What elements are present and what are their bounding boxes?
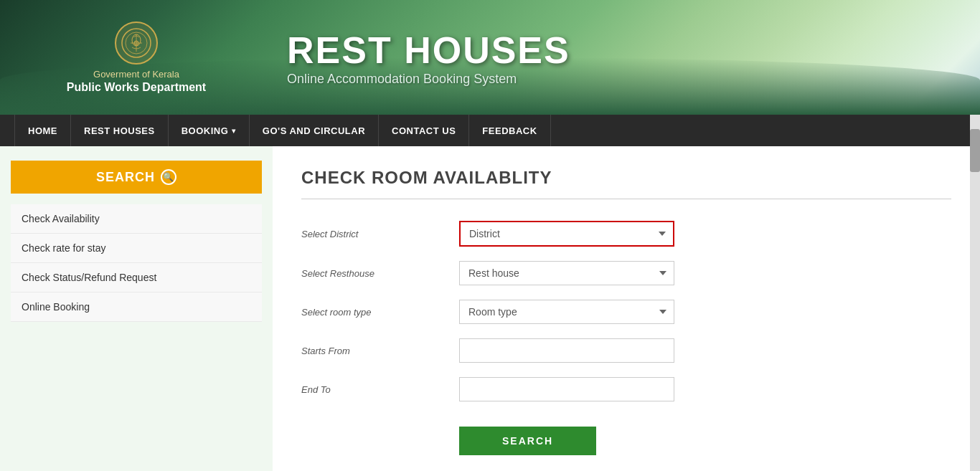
nav-gos-circular[interactable]: GO'S AND CIRCULAR xyxy=(250,115,379,146)
starts-from-input[interactable] xyxy=(459,338,674,363)
nav-rest-houses[interactable]: REST HOUSES xyxy=(71,115,169,146)
emblem-logo xyxy=(115,22,158,65)
dept-name: Public Works Department xyxy=(67,81,206,94)
sidebar-item-check-rate[interactable]: Check rate for stay xyxy=(11,234,262,263)
end-to-label: End To xyxy=(301,384,459,395)
district-select[interactable]: District xyxy=(459,221,674,247)
district-label: Select District xyxy=(301,229,459,239)
nav-home[interactable]: HOME xyxy=(14,115,71,146)
scrollbar[interactable] xyxy=(970,115,980,471)
sidebar-menu: Check Availability Check rate for stay C… xyxy=(11,204,262,322)
header: Goverment of Kerala Public Works Departm… xyxy=(0,0,980,115)
search-submit-button[interactable]: SEARCH xyxy=(459,427,596,455)
header-subtitle: Online Accommodation Booking System xyxy=(287,72,570,87)
resthouse-select[interactable]: Rest house xyxy=(459,261,674,285)
header-title-section: REST HOUSES Online Accommodation Booking… xyxy=(273,29,570,87)
nav-booking[interactable]: BOOKING ▾ xyxy=(169,115,250,146)
sidebar-item-check-availability[interactable]: Check Availability xyxy=(11,204,262,234)
resthouse-label: Select Resthouse xyxy=(301,268,459,279)
sidebar-item-check-status[interactable]: Check Status/Refund Request xyxy=(11,263,262,292)
main-layout: SEARCH 🔍 Check Availability Check rate f… xyxy=(0,146,980,471)
sidebar-item-online-booking[interactable]: Online Booking xyxy=(11,292,262,322)
room-type-row: Select room type Room type xyxy=(301,300,951,324)
end-to-input[interactable] xyxy=(459,377,674,401)
district-row: Select District District xyxy=(301,221,951,247)
starts-from-label: Starts From xyxy=(301,346,459,356)
svg-point-5 xyxy=(134,41,138,45)
end-to-row: End To xyxy=(301,377,951,401)
search-panel-button[interactable]: SEARCH 🔍 xyxy=(11,161,262,194)
main-content: CHECK ROOM AVAILABLITY Select District D… xyxy=(273,146,980,471)
room-type-label: Select room type xyxy=(301,307,459,318)
nav-feedback[interactable]: FEEDBACK xyxy=(469,115,550,146)
resthouse-row: Select Resthouse Rest house xyxy=(301,261,951,285)
header-main-title: REST HOUSES xyxy=(287,29,570,72)
sidebar: SEARCH 🔍 Check Availability Check rate f… xyxy=(0,146,273,471)
page-title: CHECK ROOM AVAILABLITY xyxy=(301,168,951,188)
logo-section: Goverment of Kerala Public Works Departm… xyxy=(0,14,273,101)
main-nav: HOME REST HOUSES BOOKING ▾ GO'S AND CIRC… xyxy=(0,115,980,146)
room-type-select[interactable]: Room type xyxy=(459,300,674,324)
starts-from-row: Starts From xyxy=(301,338,951,363)
title-divider xyxy=(301,199,951,199)
booking-chevron-icon: ▾ xyxy=(232,127,236,135)
search-icon: 🔍 xyxy=(161,169,176,185)
search-submit-row: SEARCH xyxy=(301,416,951,455)
search-label: SEARCH xyxy=(96,170,155,185)
govt-name: Goverment of Kerala xyxy=(93,69,179,80)
scrollbar-thumb[interactable] xyxy=(970,129,980,172)
nav-contact[interactable]: CONTACT US xyxy=(379,115,469,146)
